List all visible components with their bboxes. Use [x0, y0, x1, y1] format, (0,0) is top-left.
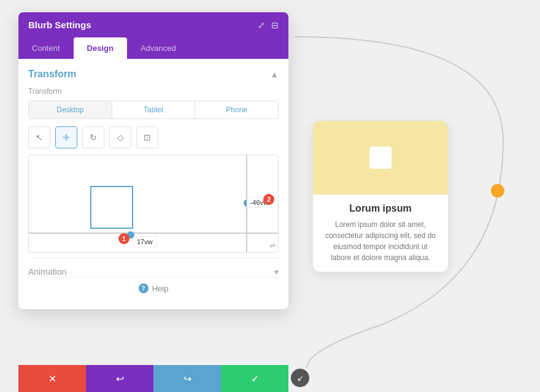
h-value-tag: 17vw: [133, 236, 156, 247]
help-text[interactable]: Help: [152, 284, 169, 293]
preview-card-body: Lorum ipsum Lorem ipsum dolor sit amet, …: [313, 194, 448, 272]
redo-button[interactable]: ↪: [153, 365, 221, 392]
help-icon: ?: [139, 283, 148, 293]
expand-icon[interactable]: ⤢: [258, 20, 265, 30]
preview-card-title: Lorum ipsum: [323, 203, 438, 214]
preview-card: Lorum ipsum Lorem ipsum dolor sit amet, …: [313, 121, 448, 272]
preview-card-icon: [369, 147, 392, 169]
help-bar: ? Help: [28, 277, 279, 299]
transform-section-header: Transform ▲: [28, 69, 279, 80]
panel-body: Transform ▲ Transform Desktop Tablet Pho…: [18, 59, 288, 309]
preview-card-text: Lorem ipsum dolor sit amet, consectetur …: [323, 219, 438, 263]
tabs-bar: Content Design Advanced: [18, 37, 288, 59]
transform-section-toggle[interactable]: ▲: [270, 69, 279, 79]
settings-panel: Blurb Settings ⤢ ⊟ Content Design Advanc…: [18, 12, 288, 309]
tool-skew[interactable]: ◇: [109, 126, 131, 148]
animation-toggle[interactable]: ▾: [274, 267, 279, 277]
device-tab-desktop[interactable]: Desktop: [29, 101, 112, 118]
undo-button[interactable]: ↩: [86, 365, 153, 392]
preview-card-image: [313, 121, 448, 194]
columns-icon[interactable]: ⊟: [271, 20, 279, 30]
device-tabs: Desktop Tablet Phone: [28, 101, 279, 119]
tool-rotate[interactable]: ↻: [82, 126, 104, 148]
transform-canvas[interactable]: -46vw 2 17vw 1 ⇌: [28, 155, 279, 253]
save-button[interactable]: ✓: [221, 365, 288, 392]
canvas-inner-box: [90, 186, 133, 229]
animation-section: Animation ▾: [28, 258, 279, 277]
badge-h: 1: [118, 233, 129, 244]
tab-design[interactable]: Design: [74, 37, 127, 59]
tab-advanced[interactable]: Advanced: [127, 37, 190, 59]
orange-dot-decoration: [491, 184, 504, 198]
panel-title: Blurb Settings: [28, 20, 91, 30]
tool-scale[interactable]: ⊡: [136, 126, 158, 148]
bottom-right-tool-icon[interactable]: ↙: [291, 369, 309, 387]
h-drag-line: [29, 233, 278, 234]
badge-v: 2: [263, 194, 274, 205]
tool-icons-row: ↖ ✛ ↻ ◇ ⊡: [28, 126, 279, 148]
action-bar: ✕ ↩ ↪ ✓: [18, 365, 288, 392]
tab-content[interactable]: Content: [18, 37, 74, 59]
panel-header: Blurb Settings ⤢ ⊟: [18, 12, 288, 37]
transform-section-title: Transform: [28, 69, 76, 80]
cancel-button[interactable]: ✕: [18, 365, 86, 392]
transform-label: Transform: [28, 87, 279, 96]
tool-move[interactable]: ✛: [55, 126, 77, 148]
link-icon[interactable]: ⇌: [269, 241, 276, 250]
panel-header-icons: ⤢ ⊟: [258, 20, 279, 30]
tool-arrow[interactable]: ↖: [28, 126, 50, 148]
animation-title: Animation: [28, 267, 66, 277]
device-tab-tablet[interactable]: Tablet: [112, 101, 196, 118]
device-tab-phone[interactable]: Phone: [195, 101, 278, 118]
